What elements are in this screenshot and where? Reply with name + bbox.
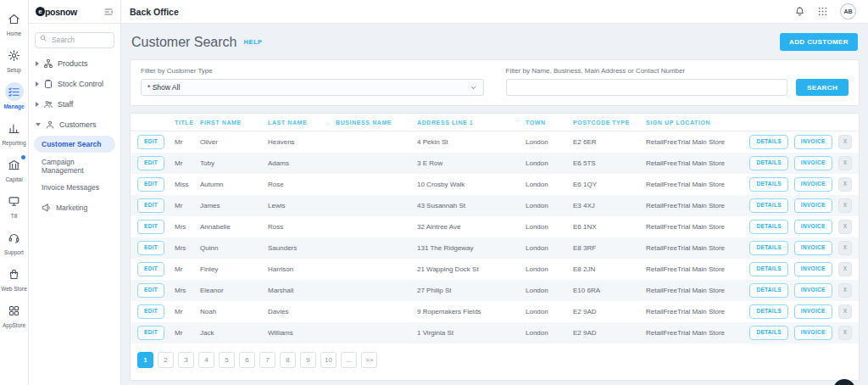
pagination-page-7[interactable]: 7 — [259, 352, 275, 368]
details-button[interactable]: DETAILS — [749, 262, 787, 276]
filter-panel: Filter by Customer Type * Show All Filte… — [130, 59, 860, 106]
invoice-button[interactable]: INVOICE — [794, 198, 832, 213]
remove-button[interactable]: X — [838, 177, 852, 192]
details-button[interactable]: DETAILS — [749, 241, 787, 255]
gear-icon — [5, 46, 24, 64]
edit-button[interactable]: EDIT — [137, 177, 164, 192]
cell-edit: EDIT — [137, 241, 175, 255]
cell-actions: DETAILSINVOICEX — [745, 177, 852, 192]
add-customer-button[interactable]: ADD CUSTOMER — [780, 33, 858, 51]
pagination-page-3[interactable]: 3 — [178, 352, 194, 368]
invoice-button[interactable]: INVOICE — [794, 241, 832, 255]
collapse-sidebar-icon[interactable] — [103, 7, 114, 17]
pagination-page-10[interactable]: 10 — [320, 352, 337, 368]
cell-last-name: Williams — [268, 329, 336, 337]
pagination-ellipsis-button[interactable]: ... — [341, 352, 357, 368]
remove-button[interactable]: X — [838, 262, 852, 276]
rail-item-manage[interactable]: Manage — [0, 79, 28, 115]
details-button[interactable]: DETAILS — [749, 220, 787, 234]
remove-button[interactable]: X — [838, 220, 852, 234]
details-button[interactable]: DETAILS — [749, 177, 787, 192]
pagination-page-4[interactable]: 4 — [198, 352, 214, 368]
invoice-button[interactable]: INVOICE — [794, 304, 832, 319]
sidebar-item-products[interactable]: Products — [29, 53, 120, 74]
cell-actions: DETAILSINVOICEX — [745, 283, 852, 298]
details-button[interactable]: DETAILS — [749, 198, 787, 213]
pagination-page-5[interactable]: 5 — [219, 352, 235, 368]
cell-actions: DETAILSINVOICEX — [745, 262, 852, 276]
grid-squares-icon — [5, 301, 24, 320]
details-button[interactable]: DETAILS — [749, 326, 787, 340]
details-button[interactable]: DETAILS — [749, 156, 787, 170]
cell-edit: EDIT — [137, 156, 175, 170]
rail-item-label: Web Store — [1, 286, 27, 292]
search-button[interactable]: SEARCH — [796, 79, 849, 96]
table-row: EDITMissAutumnRose10 Crosby WalkLondonE6… — [131, 174, 859, 195]
invoice-button[interactable]: INVOICE — [794, 220, 832, 234]
remove-button[interactable]: X — [838, 241, 852, 255]
apps-grid-icon[interactable] — [817, 6, 828, 17]
rail-item-label: Support — [4, 249, 24, 255]
column-header-postcode: POSTCODE — [573, 120, 612, 126]
invoice-button[interactable]: INVOICE — [794, 135, 832, 149]
remove-button[interactable]: X — [838, 304, 852, 319]
rail-item-reporting[interactable]: Reporting — [0, 115, 28, 152]
cell-title: Mr — [175, 308, 200, 315]
customer-filter-input[interactable] — [506, 79, 788, 96]
details-button[interactable]: DETAILS — [749, 304, 787, 319]
edit-button[interactable]: EDIT — [137, 241, 164, 255]
rail-item-setup[interactable]: Setup — [0, 42, 28, 79]
rail-item-capital[interactable]: Capital — [0, 152, 28, 188]
invoice-button[interactable]: INVOICE — [794, 156, 832, 170]
sidebar-item-staff[interactable]: Staff — [29, 94, 120, 114]
pagination-page-1[interactable]: 1 — [137, 352, 153, 368]
megaphone-icon — [42, 203, 52, 213]
invoice-button[interactable]: INVOICE — [794, 283, 832, 298]
table-body: EDITMrOliverHeavens4 Pekin StLondonE2 6E… — [131, 131, 859, 343]
pagination-page-8[interactable]: 8 — [280, 352, 296, 368]
remove-button[interactable]: X — [838, 156, 852, 170]
pagination-next-button[interactable]: >> — [361, 352, 377, 368]
avatar[interactable]: AB — [840, 3, 856, 20]
pagination-page-2[interactable]: 2 — [158, 352, 174, 368]
cell-edit: EDIT — [137, 304, 175, 319]
rail-item-appstore[interactable]: AppStore — [0, 298, 28, 334]
remove-button[interactable]: X — [838, 198, 852, 213]
rail-item-web-store[interactable]: Web Store — [0, 261, 28, 298]
sidebar-item-stock-control[interactable]: Stock Control — [29, 74, 120, 94]
cell-address-line-1: 27 Philip St — [417, 287, 526, 294]
pagination-page-9[interactable]: 9 — [300, 352, 316, 368]
remove-button[interactable]: X — [838, 135, 852, 149]
rail-item-till[interactable]: Till — [0, 188, 28, 225]
edit-button[interactable]: EDIT — [137, 304, 164, 319]
sidebar-item-customer-search[interactable]: Customer Search — [34, 136, 115, 153]
details-button[interactable]: DETAILS — [749, 283, 787, 298]
invoice-button[interactable]: INVOICE — [794, 177, 832, 192]
cell-postcode: E6 1NX — [573, 223, 612, 231]
edit-button[interactable]: EDIT — [137, 283, 164, 298]
edit-button[interactable]: EDIT — [137, 262, 164, 276]
pagination-page-6[interactable]: 6 — [239, 352, 255, 368]
edit-button[interactable]: EDIT — [137, 220, 164, 234]
sidebar-item-campaign-management[interactable]: Campaign Management — [29, 153, 120, 179]
sidebar-item-customers[interactable]: Customers — [29, 114, 120, 135]
notifications-bell-icon[interactable] — [794, 6, 805, 17]
edit-button[interactable]: EDIT — [137, 156, 164, 170]
sidebar-item-marketing[interactable]: Marketing — [29, 196, 120, 217]
headset-icon — [5, 228, 24, 247]
invoice-button[interactable]: INVOICE — [794, 262, 832, 276]
sidebar-item-invoice-messages[interactable]: Invoice Messages — [29, 179, 120, 196]
cell-actions: DETAILSINVOICEX — [745, 326, 852, 340]
remove-button[interactable]: X — [838, 326, 852, 340]
cell-town: London — [526, 181, 573, 188]
invoice-button[interactable]: INVOICE — [794, 326, 832, 340]
rail-item-support[interactable]: Support — [0, 225, 28, 261]
edit-button[interactable]: EDIT — [137, 135, 164, 149]
help-link[interactable]: HELP — [244, 38, 263, 46]
customer-type-select[interactable]: * Show All — [141, 79, 484, 96]
edit-button[interactable]: EDIT — [137, 198, 164, 213]
edit-button[interactable]: EDIT — [137, 326, 164, 340]
details-button[interactable]: DETAILS — [749, 135, 787, 149]
rail-item-home[interactable]: Home — [0, 6, 28, 42]
remove-button[interactable]: X — [838, 283, 852, 298]
